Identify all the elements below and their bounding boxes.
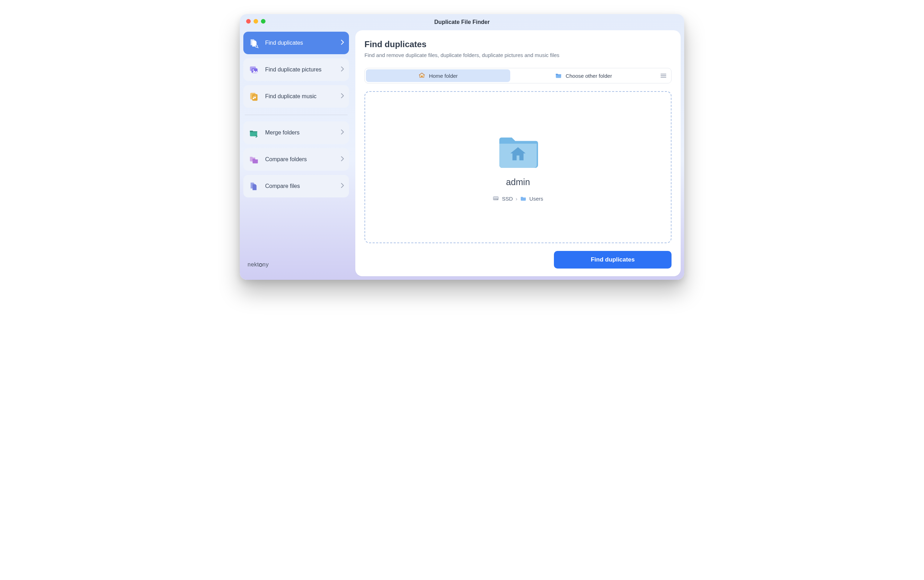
- main-panel: Find duplicates Find and remove duplicat…: [355, 30, 681, 276]
- path-parent: Users: [529, 196, 543, 202]
- find-duplicates-button[interactable]: Find duplicates: [554, 251, 672, 269]
- minimize-window-button[interactable]: [254, 19, 258, 23]
- list-toggle-button[interactable]: [656, 68, 671, 83]
- chevron-right-icon: [341, 93, 344, 100]
- selected-folder-name: admin: [506, 177, 530, 187]
- page-heading: Find duplicates: [365, 40, 672, 49]
- segment-label: Home folder: [429, 73, 458, 79]
- svg-rect-8: [421, 76, 422, 77]
- path-separator-icon: ›: [515, 196, 517, 202]
- pictures-icon: [248, 64, 259, 75]
- sidebar-item-label: Compare folders: [265, 156, 335, 163]
- svg-point-5: [252, 69, 254, 71]
- sidebar-group-1: Find duplicates Find duplicate pictures …: [243, 32, 349, 108]
- traffic-lights: [246, 19, 266, 23]
- chevron-right-icon: [341, 130, 344, 136]
- sidebar-item-label: Find duplicate music: [265, 93, 335, 100]
- sidebar-item-merge-folders[interactable]: Merge folders: [243, 122, 349, 144]
- selected-folder-icon: [497, 132, 539, 171]
- app-window: Duplicate File Finder Find duplicates Fi…: [240, 14, 684, 280]
- close-window-button[interactable]: [246, 19, 251, 23]
- window-title: Duplicate File Finder: [240, 19, 684, 25]
- folder-dropzone[interactable]: admin SSD › Users: [365, 91, 672, 243]
- chevron-right-icon: [341, 40, 344, 46]
- sidebar-group-2: Merge folders Compare folders Compare fi…: [243, 122, 349, 198]
- merge-folders-icon: [248, 127, 259, 138]
- home-icon: [418, 72, 426, 80]
- duplicates-icon: [248, 37, 259, 49]
- app-body: Find duplicates Find duplicate pictures …: [240, 30, 684, 280]
- sidebar-item-compare-files[interactable]: Compare files: [243, 175, 349, 198]
- sidebar: Find duplicates Find duplicate pictures …: [243, 30, 349, 276]
- svg-line-2: [257, 47, 259, 48]
- path-disk: SSD: [502, 196, 513, 202]
- disk-icon: [493, 195, 499, 203]
- segment-choose-other-folder[interactable]: Choose other folder: [511, 68, 656, 83]
- chevron-right-icon: [341, 183, 344, 189]
- music-icon: [248, 91, 259, 102]
- sidebar-item-find-duplicate-pictures[interactable]: Find duplicate pictures: [243, 58, 349, 81]
- folder-source-selector: Home folder Choose other folder: [365, 68, 672, 83]
- sidebar-item-compare-folders[interactable]: Compare folders: [243, 148, 349, 171]
- selected-folder-path: SSD › Users: [493, 195, 543, 203]
- sidebar-item-label: Compare files: [265, 183, 335, 189]
- folder-icon: [555, 72, 562, 80]
- sidebar-item-label: Find duplicates: [265, 40, 335, 46]
- sidebar-item-label: Merge folders: [265, 130, 335, 136]
- sidebar-item-label: Find duplicate pictures: [265, 66, 335, 73]
- folder-small-icon: [520, 195, 526, 203]
- page-subheading: Find and remove duplicate files, duplica…: [365, 52, 672, 58]
- sidebar-item-find-duplicates[interactable]: Find duplicates: [243, 32, 349, 54]
- segment-label: Choose other folder: [566, 73, 612, 79]
- sidebar-item-find-duplicate-music[interactable]: Find duplicate music: [243, 85, 349, 108]
- compare-files-icon: [248, 181, 259, 192]
- brand-logo: nektny: [243, 257, 349, 276]
- svg-point-14: [497, 199, 498, 199]
- compare-folders-icon: [248, 154, 259, 165]
- chevron-right-icon: [341, 156, 344, 163]
- chevron-right-icon: [341, 66, 344, 73]
- segment-home-folder[interactable]: Home folder: [366, 69, 510, 82]
- titlebar: Duplicate File Finder: [240, 14, 684, 30]
- fullscreen-window-button[interactable]: [261, 19, 266, 23]
- sidebar-separator: [245, 115, 348, 115]
